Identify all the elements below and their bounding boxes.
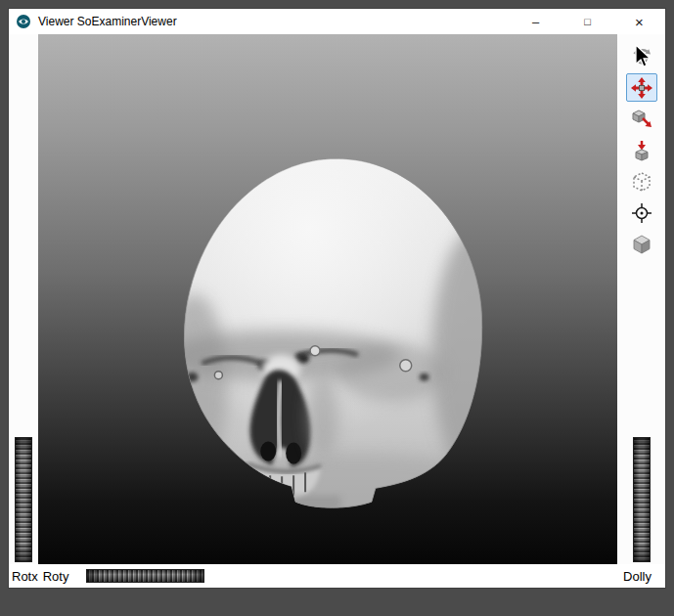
tool-bounding-box[interactable] xyxy=(626,167,657,196)
bottom-bar: Rotx Roty Dolly xyxy=(9,564,665,588)
dashed-cube-icon xyxy=(630,170,653,194)
left-decoration-strip xyxy=(9,34,38,564)
tool-set-home[interactable] xyxy=(626,105,657,133)
box-diagonal-arrow-icon xyxy=(630,108,653,131)
title-bar[interactable]: Viewer SoExaminerViewer – □ × xyxy=(9,9,665,34)
rotx-thumbwheel[interactable] xyxy=(15,437,32,562)
tool-seek[interactable] xyxy=(626,198,657,227)
tool-examine[interactable] xyxy=(626,73,657,102)
rotate-arrow-icon xyxy=(630,45,653,68)
right-toolbar-strip xyxy=(617,34,665,564)
roty-thumbwheel[interactable] xyxy=(86,569,204,583)
desktop-background: { "window": { "title": "Viewer SoExamine… xyxy=(0,0,674,616)
dolly-label: Dolly xyxy=(623,569,652,584)
viewport-3d[interactable] xyxy=(38,34,617,564)
box-down-arrow-icon xyxy=(630,139,653,162)
rotx-label: Rotx xyxy=(12,569,38,584)
roty-label: Roty xyxy=(43,569,69,584)
app-icon xyxy=(16,14,31,29)
window-title: Viewer SoExaminerViewer xyxy=(38,15,177,28)
caption-buttons: – □ × xyxy=(510,9,665,34)
cube-icon xyxy=(630,233,653,256)
minimize-button[interactable]: – xyxy=(510,9,562,34)
skull-model xyxy=(38,34,617,564)
tool-camera-type[interactable] xyxy=(626,230,657,258)
dolly-thumbwheel[interactable] xyxy=(633,437,651,562)
close-button[interactable]: × xyxy=(613,9,665,34)
tool-view-all[interactable] xyxy=(626,136,657,164)
viewer-window: Viewer SoExaminerViewer – □ × xyxy=(8,8,666,589)
crosshair-icon xyxy=(630,201,653,225)
maximize-button[interactable]: □ xyxy=(562,9,613,34)
viewer-content xyxy=(9,34,665,564)
tool-rotate-view[interactable] xyxy=(626,42,657,70)
four-way-arrows-icon xyxy=(630,76,653,100)
